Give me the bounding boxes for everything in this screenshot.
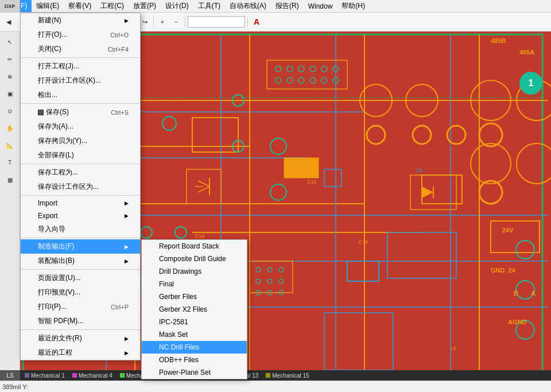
tab-color-mechanical1	[25, 373, 29, 378]
svg-text:A: A	[531, 290, 536, 297]
menu-view[interactable]: 察看(V)	[64, 0, 96, 12]
menu-item-open-project[interactable]: 打开工程(J)...	[21, 59, 140, 73]
menu-item-save-as[interactable]: 保存为(A)...	[21, 119, 140, 134]
dxp-logo[interactable]: DXP	[0, 0, 20, 13]
fab-submenu[interactable]: Report Board Stack Composite Drill Guide…	[141, 239, 247, 379]
sep7	[21, 329, 140, 330]
fab-gerber-files[interactable]: Gerber Files	[142, 290, 247, 303]
svg-text:AGND: AGND	[508, 319, 526, 325]
menu-item-recent-files[interactable]: 最近的文件(R)	[21, 331, 140, 346]
svg-text:485B: 485B	[491, 37, 506, 44]
menu-design[interactable]: 设计(D)	[161, 0, 193, 12]
panel-ls-indicator: LS	[0, 370, 20, 381]
menu-item-open-workspace[interactable]: 打开设计工作区(K)...	[21, 73, 140, 88]
tab-mechanical1[interactable]: Mechanical 1	[21, 372, 68, 379]
fab-odb-plus[interactable]: ODB++ Files	[142, 354, 247, 366]
menu-item-assembly-output[interactable]: 装配输出(B)	[21, 254, 140, 268]
menu-item-import[interactable]: Import	[21, 197, 140, 209]
tab-mechanical15[interactable]: Mechanical 15	[262, 372, 312, 379]
menu-item-save-workspace[interactable]: 保存设计工作区为...	[21, 180, 140, 194]
menu-project[interactable]: 工程(C)	[96, 0, 129, 12]
sidebar-text[interactable]: T	[2, 154, 18, 170]
menu-item-guide[interactable]: 导入向导	[21, 222, 140, 236]
sep6	[21, 269, 140, 270]
menu-item-smart-pdf[interactable]: 智能 PDF(M)...	[21, 314, 140, 328]
svg-text:C15: C15	[359, 239, 368, 245]
menu-item-save[interactable]: 保存(S)Ctrl+S	[21, 105, 140, 119]
tab-color-mechanical15	[266, 373, 270, 378]
toolbar-zoom-out[interactable]: −	[170, 15, 183, 28]
sidebar-wire[interactable]: ✏	[2, 51, 18, 67]
coordinate-display: 389mil Y:	[2, 383, 28, 390]
menu-place[interactable]: 放置(P)	[129, 0, 161, 12]
layer-tab-bar: Mechanical 1 Mechanical 4 Mechanical 5 M…	[20, 370, 551, 381]
toolbar-sep-5	[185, 17, 185, 27]
menu-item-open[interactable]: 打开(O)... Ctrl+O	[21, 28, 140, 42]
sidebar-measure[interactable]: 📐	[2, 137, 18, 153]
sidebar-pan[interactable]: ✋	[2, 120, 18, 136]
file-menu[interactable]: 新建(N) 打开(O)... Ctrl+O 关闭(C) Ctrl+F4 打开工程…	[20, 13, 141, 360]
toolbar-btn-1[interactable]: ◀	[2, 15, 15, 28]
toolbar-extra-1[interactable]: A	[250, 15, 263, 28]
sep3	[21, 164, 140, 164]
left-sidebar: ↖ ✏ ⊕ ▣ ⊙ ✋ 📐 T ▦	[0, 32, 20, 381]
tab-color-mechanical5	[120, 373, 125, 378]
menu-tools[interactable]: 工具(T)	[193, 0, 225, 12]
svg-text:485A: 485A	[519, 49, 534, 56]
svg-text:B: B	[514, 290, 518, 297]
profile-dropdown[interactable]: (Not Saved)	[188, 16, 245, 28]
tab-color-mechanical4	[72, 373, 77, 378]
fab-drill-drawings[interactable]: Drill Drawings	[142, 265, 247, 278]
sidebar-component[interactable]: ▣	[2, 86, 18, 102]
menu-item-detect[interactable]: 检出...	[21, 88, 140, 102]
teal-indicator: 1	[519, 72, 542, 95]
menu-item-fab-output[interactable]: 制造输出(F) Report Board Stack Composite Dri…	[21, 239, 140, 254]
svg-text:L6: L6	[451, 346, 456, 351]
menu-autoroute[interactable]: 自动布线(A)	[225, 0, 271, 12]
svg-text:C39: C39	[195, 234, 205, 239]
fab-composite-drill[interactable]: Composite Drill Guide	[142, 253, 247, 265]
fab-final[interactable]: Final	[142, 278, 247, 290]
sidebar-fill[interactable]: ▦	[2, 172, 18, 188]
fab-power-plane[interactable]: Power-Plane Set	[142, 366, 247, 379]
toolbar-zoom-in[interactable]: +	[156, 15, 169, 28]
menu-edit[interactable]: 编辑(E)	[32, 0, 64, 12]
toolbar-sep-6	[247, 17, 248, 27]
menu-item-new[interactable]: 新建(N)	[21, 13, 140, 28]
svg-rect-19	[284, 158, 319, 178]
menu-item-save-copy[interactable]: 保存拷贝为(Y)...	[21, 134, 140, 148]
sep2	[21, 103, 140, 104]
menu-item-save-project[interactable]: 保存工程为...	[21, 165, 140, 180]
menu-item-print[interactable]: 打印(P)... Ctrl+P	[21, 300, 140, 314]
fab-gerber-x2[interactable]: Gerber X2 Files	[142, 303, 247, 316]
fab-ipc-2581[interactable]: IPC-2581	[142, 316, 247, 328]
menu-item-save-all[interactable]: 全部保存(L)	[21, 148, 140, 162]
menu-item-page-setup[interactable]: 页面设置(U)...	[21, 271, 140, 285]
svg-text:C16: C16	[307, 179, 317, 185]
menu-item-print-preview[interactable]: 打印预览(V)...	[21, 285, 140, 300]
status-bar: 389mil Y:	[0, 381, 551, 392]
sep5	[21, 238, 140, 238]
menu-reports[interactable]: 报告(R)	[271, 0, 304, 12]
sep1	[21, 57, 140, 58]
menu-item-close[interactable]: 关闭(C) Ctrl+F4	[21, 42, 140, 56]
menu-window[interactable]: Window	[304, 1, 337, 11]
fab-nc-drill[interactable]: NC Drill Files	[142, 341, 247, 354]
menu-help[interactable]: 帮助(H)	[337, 0, 370, 12]
sep4	[21, 195, 140, 196]
sidebar-select[interactable]: ↖	[2, 34, 18, 50]
svg-text:GND_24: GND_24	[491, 267, 516, 274]
menu-item-recent-projects[interactable]: 最近的工程	[21, 346, 140, 360]
fab-mask-set[interactable]: Mask Set	[142, 328, 247, 341]
sidebar-zoom[interactable]: ⊙	[2, 103, 18, 119]
toolbar-sep-4	[153, 17, 154, 27]
tab-mechanical4[interactable]: Mechanical 4	[69, 372, 116, 379]
menu-bar: DXP 文件(F) 编辑(E) 察看(V) 工程(C) 放置(P) 设计(D) …	[0, 0, 551, 13]
fab-report-board-stack[interactable]: Report Board Stack	[142, 240, 247, 253]
svg-text:U5: U5	[416, 168, 423, 173]
sidebar-route[interactable]: ⊕	[2, 68, 18, 84]
svg-text:24V: 24V	[502, 227, 514, 234]
menu-item-export[interactable]: Export	[21, 209, 140, 222]
